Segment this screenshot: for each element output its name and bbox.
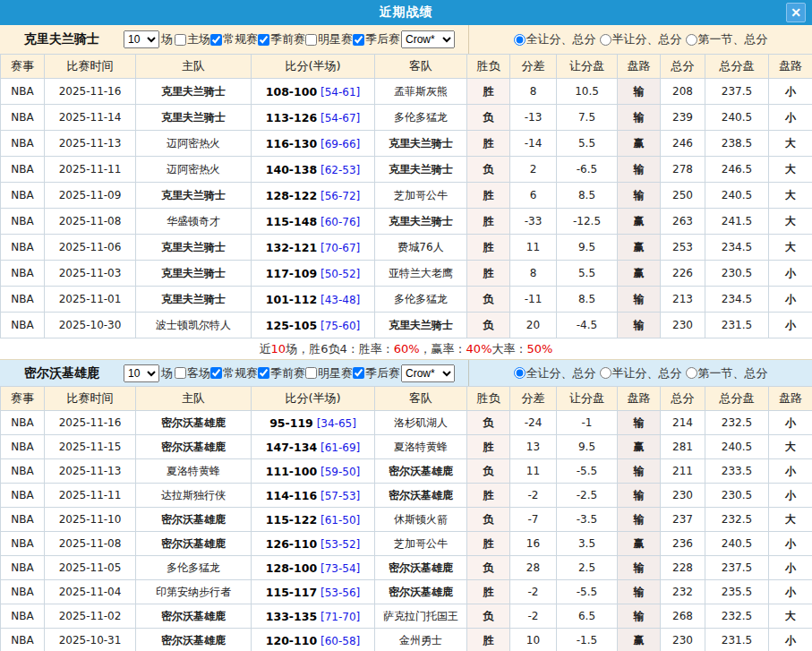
preseason-checkbox[interactable]: [258, 34, 269, 46]
preseason-checkbox[interactable]: [258, 367, 269, 379]
filter-checkbox-allstar[interactable]: 明星赛: [305, 31, 353, 47]
radio-first-quarter-total[interactable]: 第一节、总分: [686, 31, 768, 47]
cell-handicap-result: 输: [618, 79, 661, 105]
allstar-checkbox[interactable]: [305, 367, 317, 379]
radio-label: 半让分、总分: [612, 31, 682, 47]
half-handicap-radio[interactable]: [600, 34, 611, 46]
games-count-select[interactable]: 10: [124, 364, 159, 382]
cell-handicap-line: 9.5: [557, 435, 618, 459]
allstar-checkbox[interactable]: [305, 34, 317, 46]
cell-away-team: 克里夫兰骑士: [375, 313, 467, 338]
full-handicap-radio[interactable]: [514, 34, 526, 46]
cell-date: 2025-11-08: [45, 209, 136, 235]
cell-league: NBA: [1, 209, 45, 235]
cell-home-team: 印第安纳步行者: [136, 580, 252, 604]
game-row: NBA2025-11-11达拉斯独行侠114-116 [57-53]密尔沃基雄鹿…: [1, 484, 812, 508]
cell-over-under: 小: [769, 313, 812, 338]
cell-league: NBA: [1, 459, 45, 484]
cell-away-team: 芝加哥公牛: [375, 532, 467, 556]
filter-checkbox-venue[interactable]: 客场: [175, 365, 210, 381]
cell-total-points: 230: [661, 484, 705, 508]
filter-checkbox-preseason[interactable]: 季前赛: [258, 365, 305, 381]
cell-league: NBA: [1, 235, 45, 261]
radio-full-handicap-total[interactable]: 全让分、总分: [514, 31, 596, 47]
full-handicap-radio[interactable]: [514, 367, 526, 379]
cell-over-under: 小: [769, 580, 812, 604]
playoffs-checkbox[interactable]: [353, 367, 364, 379]
table-header-row: 赛事 比赛时间 主队 比分(半场) 客队 胜负 分差 让分盘 盘路 总分 总分盘…: [1, 55, 812, 79]
cell-league: NBA: [1, 79, 45, 105]
bookmaker-select[interactable]: Crow*: [401, 364, 455, 382]
radio-first-quarter-total[interactable]: 第一节、总分: [686, 365, 768, 381]
cell-total-points: 232: [661, 580, 705, 604]
cell-score: 114-116 [57-53]: [252, 484, 375, 508]
game-row: NBA2025-11-11迈阿密热火140-138 [62-53]克里夫兰骑士负…: [1, 157, 812, 183]
cell-result: 胜: [467, 484, 510, 508]
regular-season-checkbox[interactable]: [210, 34, 222, 46]
cell-league: NBA: [1, 313, 45, 338]
cell-handicap-result: 赢: [618, 131, 661, 157]
cell-away-team: 克里夫兰骑士: [375, 131, 467, 157]
cell-date: 2025-11-04: [45, 580, 136, 604]
cell-result: 负: [467, 157, 510, 183]
filter-checkbox-preseason[interactable]: 季前赛: [258, 31, 305, 47]
cell-league: NBA: [1, 604, 45, 629]
cell-result: 胜: [467, 261, 510, 287]
first-quarter-radio[interactable]: [686, 34, 697, 46]
summary-segment: ，赢率：: [420, 341, 466, 357]
playoffs-checkbox[interactable]: [353, 34, 364, 46]
col-header-total-line: 总分盘: [705, 387, 769, 411]
first-quarter-radio[interactable]: [686, 367, 697, 379]
radio-half-handicap-total[interactable]: 半让分、总分: [600, 365, 682, 381]
cell-total-line: 238.5: [705, 131, 769, 157]
cell-away-team: 密尔沃基雄鹿: [375, 484, 467, 508]
cell-handicap-result: 输: [618, 580, 661, 604]
filter-checkbox-regular[interactable]: 常规赛: [210, 31, 258, 47]
dialog-title: 近期战绩: [380, 4, 433, 21]
bookmaker-select[interactable]: Crow*: [401, 30, 455, 48]
radio-full-handicap-total[interactable]: 全让分、总分: [514, 365, 596, 381]
cell-point-diff: -33: [510, 209, 557, 235]
cell-over-under: 小: [769, 629, 812, 651]
cell-over-under: 小: [769, 79, 812, 105]
cell-league: NBA: [1, 411, 45, 435]
filter-checkbox-allstar[interactable]: 明星赛: [305, 365, 353, 381]
cell-league: NBA: [1, 532, 45, 556]
cell-handicap-result: 赢: [618, 532, 661, 556]
filter-checkbox-playoffs[interactable]: 季后赛: [353, 365, 400, 381]
close-icon[interactable]: ✕: [786, 3, 806, 22]
dialog-titlebar: 近期战绩 ✕: [0, 0, 812, 25]
cell-total-points: 253: [661, 235, 705, 261]
cell-score: 113-126 [54-67]: [252, 105, 375, 131]
half-handicap-radio[interactable]: [600, 367, 611, 379]
col-header-over-under: 盘路: [769, 55, 812, 79]
cell-point-diff: -11: [510, 287, 557, 313]
filter-checkbox-playoffs[interactable]: 季后赛: [353, 31, 400, 47]
results-table-cavaliers: 赛事 比赛时间 主队 比分(半场) 客队 胜负 分差 让分盘 盘路 总分 总分盘…: [0, 54, 812, 338]
filter-checkbox-regular[interactable]: 常规赛: [210, 365, 258, 381]
checkbox-label: 主场: [187, 31, 210, 47]
cell-home-team: 克里夫兰骑士: [136, 261, 252, 287]
cell-handicap-line: -2.5: [557, 484, 618, 508]
cell-result: 负: [467, 411, 510, 435]
checkbox-label: 季前赛: [270, 365, 305, 381]
venue-checkbox[interactable]: [175, 367, 186, 379]
cell-handicap-line: -5.5: [557, 459, 618, 484]
cell-handicap-line: 7.5: [557, 105, 618, 131]
cell-away-team: 金州勇士: [375, 629, 467, 651]
col-header-result: 胜负: [467, 55, 510, 79]
cell-total-line: 231.5: [705, 313, 769, 338]
radio-half-handicap-total[interactable]: 半让分、总分: [600, 31, 682, 47]
cell-score: 128-122 [56-72]: [252, 183, 375, 209]
venue-checkbox[interactable]: [175, 34, 186, 46]
games-count-select[interactable]: 10: [124, 30, 159, 48]
cell-handicap-line: 9.5: [557, 235, 618, 261]
cell-date: 2025-11-09: [45, 183, 136, 209]
cell-away-team: 克里夫兰骑士: [375, 209, 467, 235]
regular-season-checkbox[interactable]: [210, 367, 222, 379]
cell-away-team: 洛杉矶湖人: [375, 411, 467, 435]
odds-mode-radios: 全让分、总分 半让分、总分 第一节、总分: [468, 360, 812, 386]
filter-checkbox-venue[interactable]: 主场: [175, 31, 210, 47]
cell-point-diff: -2: [510, 484, 557, 508]
recent-results-dialog: 近期战绩 ✕ 克里夫兰骑士 10 场 主场 常规赛 季前赛 明星赛 季后赛 Cr…: [0, 0, 812, 651]
